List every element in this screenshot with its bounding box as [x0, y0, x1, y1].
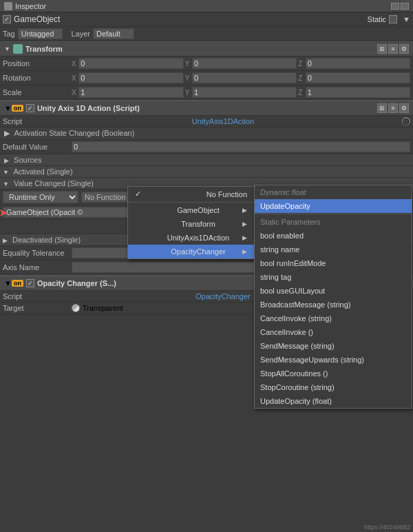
activation-label: ▶ Activation State Changed (Boolean) — [4, 129, 134, 137]
position-y: Y — [185, 58, 297, 69]
rotation-y-input[interactable] — [192, 72, 297, 83]
unity-axis-arrow[interactable]: ▼ — [4, 104, 12, 112]
static-row: Static ▼ — [368, 15, 410, 23]
submenu-static-header: Static Parameters — [255, 215, 412, 229]
checkmark-icon: ✓ — [135, 190, 145, 198]
opacity-checkbox[interactable] — [26, 279, 34, 287]
submenu-bool-run[interactable]: bool runInEditMode — [255, 256, 412, 270]
layer-dropdown[interactable]: Default — [93, 28, 134, 39]
context-menu: ✓ No Function GameObject ▶ Transform ▶ U… — [127, 186, 255, 259]
submenu-stopcoroutine[interactable]: StopCoroutine (string) — [255, 380, 412, 394]
rotation-z-input[interactable] — [306, 72, 410, 83]
scale-x-input[interactable] — [78, 87, 183, 98]
gameobject-checkbox[interactable] — [3, 15, 11, 23]
transparent-icon — [72, 304, 80, 312]
transform-actions: ⊞ ≡ ⚙ — [377, 44, 409, 54]
transform-action-1[interactable]: ⊞ — [377, 44, 387, 54]
submenu-sendmessageupwards[interactable]: SendMessageUpwards (string) — [255, 353, 412, 367]
unity-axis-checkbox[interactable] — [26, 104, 34, 112]
submenu-item-updateopacity[interactable]: UpdateOpacity — [255, 199, 412, 213]
submenu-bool-gui[interactable]: bool useGUILayout — [255, 284, 412, 298]
menu-item-transform[interactable]: Transform ▶ — [128, 217, 254, 231]
scale-z-input[interactable] — [306, 87, 410, 98]
submenu-divider — [255, 214, 412, 214]
title-controls — [391, 3, 409, 10]
activated-section: ▼ Activated (Single) — [0, 166, 413, 178]
watermark: https://40249882 — [364, 524, 410, 531]
activation-section: ▶ Activation State Changed (Boolean) — [0, 127, 413, 140]
submenu-broadcast[interactable]: BroadcastMessage (string) — [255, 298, 412, 311]
rotation-x-input[interactable] — [78, 72, 183, 83]
sources-header: ▶ Sources — [0, 154, 413, 166]
unity-axis-badge: on — [12, 105, 23, 112]
unity-axis-header: ▼ on Unity Axis 1D Action (Script) ⊞ ≡ ⚙ — [0, 100, 413, 116]
position-z: Z — [298, 58, 410, 69]
value-changed-label: Value Changed (Single) — [14, 179, 94, 187]
menu-item-gameobject[interactable]: GameObject ▶ — [128, 203, 254, 217]
gameobject-row: GameObject Static ▼ — [0, 12, 413, 27]
axis-name-label: Axis Name — [3, 263, 72, 272]
submenu-cancelinvoke[interactable]: CancelInvoke () — [255, 325, 412, 339]
position-x: X — [72, 58, 184, 69]
tag-layer-row: Tag Untagged Layer Default — [0, 27, 413, 41]
inspector-window: Inspector GameObject Static ▼ Tag Untagg… — [0, 0, 413, 532]
arrow-left-indicator: ➤ — [0, 206, 8, 219]
sources-label: Sources — [14, 156, 41, 164]
default-value-label: Default Value — [3, 143, 72, 151]
static-checkbox[interactable] — [389, 15, 397, 23]
submenu-sendmessage[interactable]: SendMessage (string) — [255, 339, 412, 353]
submenu-updateopacity-float[interactable]: UpdateOpacity (float) — [255, 394, 412, 408]
rotation-label: Rotation — [3, 74, 72, 82]
opacity-title: Opacity Changer (S...) — [37, 279, 116, 287]
submenu-bool-enabled[interactable]: bool enabled — [255, 229, 412, 243]
minimize-button[interactable] — [391, 3, 399, 10]
scale-y-input[interactable] — [192, 87, 297, 98]
maximize-button[interactable] — [401, 3, 409, 10]
target-value: Transparent — [72, 304, 123, 312]
script-label: Script — [3, 117, 44, 125]
opacity-badge: on — [12, 280, 23, 287]
static-dropdown-arrow[interactable]: ▼ — [403, 15, 410, 23]
transform-action-2[interactable]: ≡ — [388, 44, 398, 54]
transform-action-3[interactable]: ⚙ — [399, 44, 409, 54]
submenu: Dynamic float UpdateOpacity Static Param… — [254, 185, 412, 409]
transform-arrow[interactable]: ▼ — [4, 45, 10, 52]
position-x-input[interactable] — [78, 58, 183, 69]
rotation-row: Rotation X Y Z — [0, 71, 413, 85]
script-picker[interactable]: ◎ — [402, 117, 410, 125]
deactivated-label: Deactivated (Single) — [12, 236, 81, 244]
position-label: Position — [3, 59, 72, 68]
runtime-dropdown[interactable]: Runtime Only — [3, 191, 78, 203]
menu-item-unityaxis[interactable]: UnityAxis1DAction ▶ — [128, 231, 254, 245]
submenu-string-name[interactable]: string name — [255, 243, 412, 256]
menu-item-no-function[interactable]: ✓ No Function — [128, 187, 254, 201]
target-label: Target — [3, 304, 72, 312]
menu-divider-1 — [128, 202, 254, 203]
position-z-input[interactable] — [306, 58, 410, 69]
unity-axis-action-1[interactable]: ⊞ — [377, 103, 387, 113]
default-value-input[interactable] — [72, 141, 410, 152]
submenu-stopallcoroutines[interactable]: StopAllCoroutines () — [255, 367, 412, 380]
tag-dropdown[interactable]: Untagged — [18, 28, 63, 39]
opacity-arrow[interactable]: ▼ — [4, 279, 12, 287]
position-y-input[interactable] — [192, 58, 297, 69]
title-bar: Inspector — [0, 0, 413, 12]
transform-title: Transform — [25, 45, 63, 53]
menu-arrow-unityaxis: ▶ — [242, 234, 247, 241]
submenu-dynamic-header: Dynamic float — [255, 185, 412, 199]
equality-label: Equality Tolerance — [3, 249, 72, 257]
tag-label: Tag — [3, 30, 15, 38]
unity-axis-action-3[interactable]: ⚙ — [399, 103, 409, 113]
gameobject-name: GameObject — [14, 14, 368, 24]
unity-axis-action-2[interactable]: ≡ — [388, 103, 398, 113]
menu-arrow-opacitychanger: ▶ — [242, 248, 247, 255]
submenu-string-tag[interactable]: string tag — [255, 270, 412, 284]
layer-label: Layer — [71, 30, 90, 38]
submenu-cancelinvoke-str[interactable]: CancelInvoke (string) — [255, 311, 412, 325]
menu-item-opacitychanger[interactable]: OpacityChanger ▶ — [128, 245, 254, 258]
static-label: Static — [368, 15, 387, 23]
position-inputs: X Y Z — [72, 58, 410, 69]
unity-axis-title: Unity Axis 1D Action (Script) — [37, 104, 140, 112]
rotation-inputs: X Y Z — [72, 72, 410, 83]
menu-arrow-transform: ▶ — [242, 221, 247, 227]
